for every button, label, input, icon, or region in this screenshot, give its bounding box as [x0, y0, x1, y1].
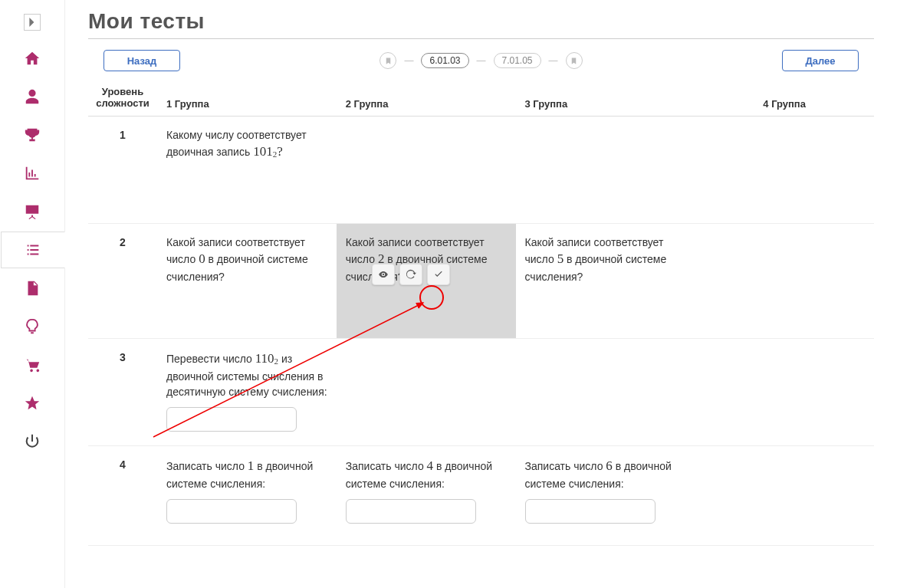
home-icon	[24, 50, 41, 67]
trophy-icon	[24, 126, 41, 143]
back-button[interactable]: Назад	[104, 50, 180, 71]
math-number: 6	[606, 458, 613, 473]
question-text-tail: ?	[277, 144, 283, 159]
star-icon	[24, 395, 41, 412]
nav-docs[interactable]	[0, 270, 64, 307]
question-text: Записать число	[166, 460, 248, 472]
empty-cell	[516, 339, 695, 445]
math-number: 0	[199, 251, 205, 266]
bookmark-prev-button[interactable]	[380, 52, 396, 69]
row-number: 4	[88, 446, 157, 545]
question-cell[interactable]: Какому числу соответствует двоичная запи…	[157, 117, 337, 223]
check-icon	[433, 269, 444, 280]
col-group-2: 2 Группа	[337, 87, 516, 110]
question-text: Какому числу соответствует двоичная запи…	[166, 129, 307, 158]
file-icon	[24, 280, 41, 297]
refresh-button[interactable]	[399, 264, 422, 285]
power-icon	[24, 433, 41, 450]
next-button[interactable]: Далее	[782, 50, 859, 71]
cell-action-bar	[372, 264, 450, 285]
col-group-3: 3 Группа	[516, 87, 695, 110]
col-difficulty-l1: Уровень	[102, 87, 143, 98]
row-number: 1	[88, 117, 157, 223]
bookmark-icon	[384, 57, 393, 65]
crumb-sep: —	[404, 55, 413, 66]
nav-board[interactable]	[0, 193, 64, 230]
row-number: 2	[88, 224, 157, 338]
question-cell[interactable]: Перевести число 1102 из двоичной системы…	[157, 339, 337, 445]
empty-cell	[695, 224, 874, 338]
table-row: 1 Какому числу соответствует двоичная за…	[88, 117, 874, 224]
sidebar	[0, 0, 65, 588]
question-cell[interactable]: Записать число 4 в двоичной системе счис…	[337, 446, 516, 545]
test-grid: Уровень сложности 1 Группа 2 Группа 3 Гр…	[88, 82, 874, 546]
bookmark-next-button[interactable]	[566, 52, 583, 69]
row-number: 3	[88, 339, 157, 445]
nav-favorites[interactable]	[0, 385, 64, 422]
empty-cell	[516, 117, 695, 223]
cart-icon	[24, 356, 41, 373]
question-cell[interactable]: Записать число 1 в двоичной системе счис…	[157, 446, 337, 545]
crumb-current[interactable]: 6.01.03	[421, 53, 468, 68]
main-content: Мои тесты Назад — 6.01.03 — 7.01.05 — Да…	[65, 0, 897, 588]
grid-header: Уровень сложности 1 Группа 2 Группа 3 Гр…	[88, 82, 874, 117]
breadcrumb: — 6.01.03 — 7.01.05 —	[180, 52, 782, 69]
empty-cell	[695, 339, 874, 445]
nav-stats[interactable]	[0, 155, 64, 192]
nav-logout[interactable]	[0, 423, 64, 460]
math-number: 101	[253, 144, 273, 159]
empty-cell	[337, 117, 516, 223]
empty-cell	[337, 339, 516, 445]
crumb-next[interactable]: 7.01.05	[494, 53, 541, 68]
chevron-right-icon	[28, 18, 37, 27]
top-row: Назад — 6.01.03 — 7.01.05 — Далее	[88, 50, 874, 71]
refresh-icon	[406, 269, 416, 280]
sidebar-collapse-button[interactable]	[24, 14, 41, 31]
title-divider	[88, 38, 874, 39]
nav-home[interactable]	[0, 40, 64, 77]
answer-input[interactable]	[166, 407, 297, 432]
col-group-1: 1 Группа	[157, 87, 337, 110]
bar-chart-icon	[24, 165, 41, 182]
list-icon	[25, 241, 41, 258]
question-text: Записать число	[346, 460, 427, 472]
crumb-sep: —	[477, 55, 486, 66]
nav-tests[interactable]	[1, 232, 65, 268]
question-cell-active[interactable]: Какой записи соответствует число 2 в дво…	[337, 224, 516, 338]
answer-input[interactable]	[166, 499, 297, 524]
math-number: 5	[557, 251, 564, 266]
bookmark-icon	[570, 57, 578, 65]
nav-profile[interactable]	[0, 78, 64, 115]
nav-achievements[interactable]	[0, 117, 64, 153]
user-icon	[24, 88, 41, 105]
lightbulb-icon	[24, 318, 41, 335]
question-text: Перевести число	[166, 353, 255, 365]
table-row: 2 Какой записи соответствует число 0 в д…	[88, 224, 874, 339]
answer-input[interactable]	[525, 499, 656, 524]
question-cell[interactable]: Какой записи соответствует число 0 в дво…	[157, 224, 337, 338]
col-difficulty-l2: сложности	[96, 98, 150, 110]
col-group-4: 4 Группа	[695, 87, 874, 110]
question-text: Записать число	[525, 460, 606, 472]
empty-cell	[695, 446, 874, 545]
table-row: 4 Записать число 1 в двоичной системе сч…	[88, 446, 874, 546]
question-cell[interactable]: Записать число 6 в двоичной системе счис…	[516, 446, 695, 545]
question-cell[interactable]: Какой записи соответствует число 5 в дво…	[516, 224, 695, 338]
col-difficulty: Уровень сложности	[88, 87, 157, 110]
nav-ideas[interactable]	[0, 308, 64, 345]
answer-input[interactable]	[346, 499, 476, 524]
math-number: 4	[427, 458, 434, 473]
confirm-button[interactable]	[427, 264, 450, 285]
preview-button[interactable]	[372, 264, 395, 285]
crumb-sep: —	[549, 55, 558, 66]
math-number: 110	[255, 351, 274, 366]
empty-cell	[695, 117, 874, 223]
page-title: Мои тесты	[88, 9, 874, 34]
table-row: 3 Перевести число 1102 из двоичной систе…	[88, 339, 874, 446]
presentation-icon	[24, 203, 41, 220]
eye-icon	[378, 269, 389, 280]
nav-cart[interactable]	[0, 347, 64, 383]
